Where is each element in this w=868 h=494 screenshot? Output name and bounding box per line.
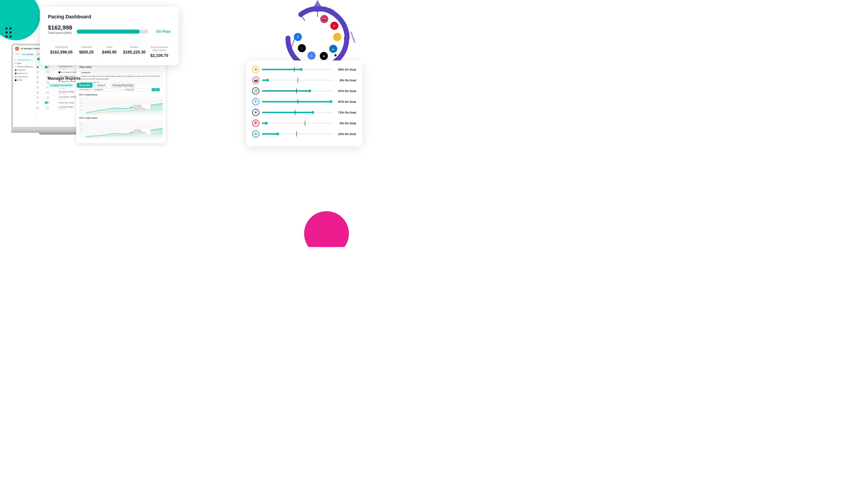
svg-text:👻: 👻 — [336, 36, 339, 39]
rules-icon: ≡ — [15, 62, 16, 64]
sidebar-item-snapchat[interactable]: Snapchat (3) — [13, 75, 35, 78]
summary-text: Based on the spend from the specified da… — [81, 75, 161, 80]
row-checkbox-3[interactable] — [37, 76, 39, 78]
sidebar-tiktok-label: TikTok — [17, 79, 23, 81]
svg-text:500K: 500K — [80, 99, 82, 100]
manage-link[interactable]: Manage in Ad Groups — [81, 81, 161, 84]
spend-progress-bar — [77, 30, 148, 34]
toggle-8[interactable] — [45, 101, 49, 104]
sidebar-item-pacing-reporting[interactable]: ↗ Pacing & Reporting — [13, 65, 35, 68]
pin-icon-5: P — [58, 86, 60, 88]
fb-icon-7: f — [58, 96, 59, 98]
summary-title: SUMMARY — [81, 72, 161, 74]
svg-text:Date: 3/4/2023: Date: 3/4/2023 — [134, 129, 141, 131]
kpi-bar-instagram — [262, 79, 333, 81]
date-range-label: Date Range ⓘ — [79, 89, 91, 91]
metric-today-label: Today — [100, 45, 118, 49]
kpi-row-facebook: f 97% On Goal — [252, 98, 356, 105]
kpi-bar-facebook — [262, 101, 333, 102]
kpi-fill-pinterest — [262, 122, 266, 124]
total-spend-amount: $162,998 — [48, 24, 72, 31]
row-checkbox-8[interactable] — [37, 102, 39, 103]
kpi-bar-twitter — [262, 112, 333, 113]
dots-left-decoration — [5, 27, 12, 38]
row-checkbox-5[interactable] — [37, 87, 39, 88]
kpi-marker-twitter — [295, 110, 295, 115]
metric-yesterday-label: Yesterday — [77, 45, 95, 49]
row-checkbox-9[interactable] — [37, 107, 39, 109]
svg-text:Impressions: 7,971,319: Impressions: 7,971,319 — [134, 108, 145, 109]
sidebar-item-tiktok[interactable]: TikTok — [13, 78, 35, 82]
on-pace-status: On Pace — [153, 30, 171, 34]
svg-text:Date: 3/4/2023: Date: 3/4/2023 — [134, 105, 141, 106]
apply-button[interactable]: Apply — [152, 88, 160, 91]
toggle-7[interactable] — [45, 96, 49, 99]
kpi-row-pinterest: P 6% On Goal — [252, 119, 356, 127]
kpi-fill-facebook — [262, 101, 331, 102]
svg-text:50K: 50K — [80, 129, 82, 130]
linkedin-icon: in — [252, 130, 259, 137]
kpi-dot-pinterest — [265, 122, 268, 125]
facebook-dot — [15, 69, 17, 71]
toggle-1[interactable] — [45, 66, 49, 68]
metric-today-value: $490.90 — [100, 50, 118, 55]
x-letter: ✕ — [254, 111, 257, 114]
sidebar-item-facebook[interactable]: Facebook — [13, 68, 35, 72]
kpi-pct-tiktok: 67% On Goal — [336, 89, 356, 93]
toggle-5[interactable] — [45, 86, 49, 89]
svg-text:100K: 100K — [80, 126, 82, 127]
kpi-row-instagram: 📷 8% On Goal — [252, 77, 356, 84]
sidebar-facebook-label: Facebook — [17, 69, 25, 71]
kpi-bar-pinterest — [262, 122, 333, 124]
row-checkbox-2[interactable] — [37, 71, 39, 73]
toggle-9[interactable] — [45, 107, 49, 109]
ad-manager-logo: F — [15, 47, 19, 51]
fb-icon-1: f — [58, 65, 59, 68]
kpi-row-snapchat: 👻 55% On Goal — [252, 66, 356, 73]
toggle-4[interactable] — [45, 81, 49, 83]
kpi-pct-pinterest: 6% On Goal — [336, 121, 356, 125]
instagram-icon: 📷 — [252, 77, 259, 84]
svg-text:G: G — [310, 54, 312, 58]
loaded-accounts-icon: ✓ — [15, 59, 16, 61]
row-checkbox-1[interactable] — [37, 66, 39, 68]
date-to-input[interactable] — [123, 88, 150, 91]
facebook-icon: f — [252, 98, 259, 105]
tiktok-dot — [15, 79, 17, 81]
kpi-pct-linkedin: 22% On Goal — [336, 132, 356, 136]
logo-text: F — [17, 48, 18, 50]
metric-recommended-daily-value: $2,100.75 — [150, 53, 168, 58]
metric-budget-value: $185,225.30 — [123, 50, 146, 55]
row-checkbox-7[interactable] — [37, 97, 39, 98]
tiktok-emoji: 🎵 — [254, 89, 258, 93]
kpi-bar-tiktok — [262, 90, 333, 92]
svg-text:300K: 300K — [80, 106, 82, 107]
date-from-input[interactable] — [93, 88, 119, 91]
date-range-row: Date Range ⓘ — Apply — [79, 88, 162, 91]
toggle-6[interactable] — [45, 91, 49, 94]
linkedin-letter: in — [255, 132, 257, 135]
kpi-marker-pinterest — [305, 121, 305, 126]
sidebar-loaded-accounts-label: Loaded Accounts — [17, 59, 31, 61]
metric-yesterday-value: $805.25 — [77, 50, 95, 55]
sidebar-item-loaded-accounts[interactable]: ✓ Loaded Accounts — [13, 58, 35, 62]
metric-recommended-daily-label: RecommendedDaily Spend — [150, 45, 168, 52]
metric-today: Today $490.90 — [98, 45, 121, 58]
kpi-row-linkedin: in 22% On Goal — [252, 130, 356, 137]
pinterest-dot — [15, 73, 17, 74]
row-checkbox-4[interactable] — [37, 81, 39, 83]
kpi-panel: 👻 55% On Goal 📷 8% On Goal 🎵 — [246, 60, 362, 147]
filter-past-13-months[interactable]: Past 13 Months — [22, 53, 34, 55]
tiktok-icon-2: ⬤ — [58, 71, 60, 73]
pinterest-letter: P — [255, 121, 257, 125]
sidebar-item-rules[interactable]: ≡ Rules — [13, 62, 35, 65]
filter-lifetime[interactable]: Lifetime — [15, 53, 20, 55]
snapchat-icon: 👻 — [252, 66, 259, 73]
row-checkbox-6[interactable] — [37, 92, 39, 93]
sidebar-item-pinterest[interactable]: Pinterest (2) — [13, 72, 35, 75]
kpi-bar-linkedin — [262, 133, 333, 135]
pacing-dashboard-card: Pacing Dashboard $162,998 Total Spend (8… — [40, 7, 179, 65]
toggle-2[interactable] — [45, 71, 49, 73]
toggle-3[interactable] — [45, 76, 49, 78]
kpi-pct-twitter: 71% On Goal — [336, 111, 356, 114]
